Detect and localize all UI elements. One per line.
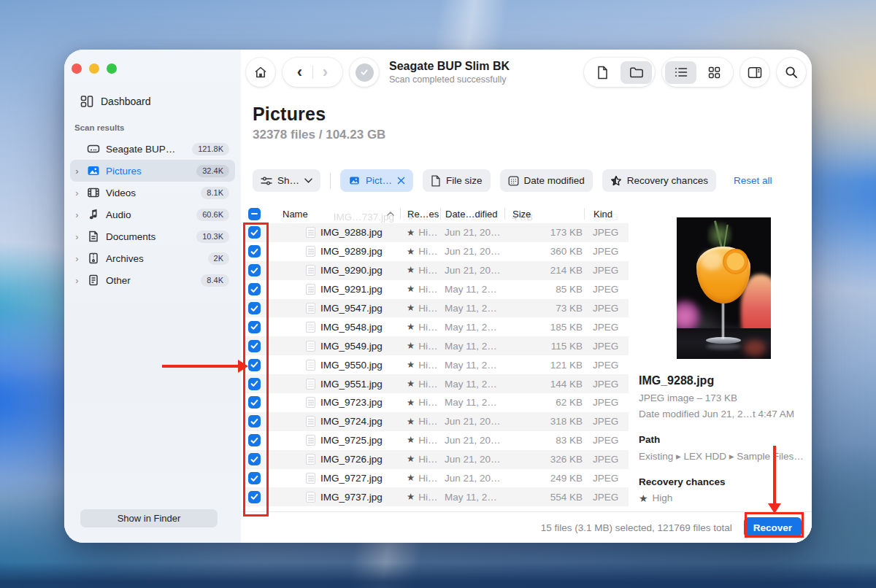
search-button[interactable] (777, 58, 806, 87)
recovery-chance: Hi… (418, 492, 437, 503)
scan-status-button[interactable] (350, 58, 379, 87)
row-checkbox[interactable] (248, 226, 261, 239)
row-checkbox[interactable] (248, 264, 261, 276)
table-row[interactable]: IMG_9737.jpg ★Hi… May 11, 2… 554 KB JPEG (243, 487, 629, 506)
column-header-name[interactable]: Name (268, 209, 400, 220)
table-row[interactable]: IMG_9548.jpg ★Hi… May 11, 2… 185 KB JPEG (243, 317, 629, 336)
back-button[interactable]: ‹ (288, 60, 312, 85)
page-title: Pictures (253, 104, 385, 125)
file-kind: JPEG (584, 454, 629, 465)
sidebar-item-other[interactable]: › Other 8.4K (70, 269, 235, 291)
date-modified: May 11, 2… (440, 303, 504, 314)
row-checkbox[interactable] (248, 302, 261, 314)
table-row[interactable]: IMG_9550.jpg ★Hi… May 11, 2… 121 KB JPEG (243, 355, 629, 374)
sidebar-item-pictures[interactable]: › Pictures 32.4K (70, 160, 235, 182)
column-header-size[interactable]: Size (504, 208, 584, 220)
sidebar-item-audio[interactable]: › Audio 60.6K (70, 204, 235, 225)
check-icon (250, 305, 258, 312)
filter-chip-pictures[interactable]: Pict… (340, 169, 413, 192)
desktop-wallpaper: Dashboard Scan results Seagate BUP… 121.… (0, 0, 876, 588)
chevron-right-icon[interactable]: › (73, 166, 81, 176)
sidebar-item-documents[interactable]: › Documents 10.3K (70, 225, 235, 247)
row-checkbox[interactable] (248, 283, 261, 295)
table-row[interactable]: IMG_9289.jpg ★Hi… Jun 21, 20… 360 KB JPE… (243, 242, 629, 261)
count-badge: 8.4K (201, 274, 229, 287)
close-window-button[interactable] (72, 63, 82, 74)
table-row[interactable]: IMG_9727.jpg ★Hi… Jun 21, 20… 249 KB JPE… (243, 469, 629, 488)
preview-panel-toggle[interactable] (740, 58, 769, 87)
row-checkbox[interactable] (248, 415, 261, 428)
row-checkbox[interactable] (248, 321, 261, 333)
table-row[interactable]: IMG_9547.jpg ★Hi… May 11, 2… 73 KB JPEG (243, 299, 629, 318)
show-in-finder-button[interactable]: Show in Finder (80, 509, 218, 527)
date-modified: May 11, 2… (440, 492, 504, 503)
file-kind: JPEG (584, 492, 629, 503)
file-view-button[interactable] (587, 61, 618, 84)
forward-button[interactable]: › (313, 60, 338, 85)
file-kind: JPEG (584, 379, 629, 390)
file-thumbnail-icon (306, 227, 315, 238)
row-checkbox[interactable] (248, 378, 261, 390)
content-area: ‹ › Seagate BUP Slim BK Scan completed s… (241, 50, 812, 543)
check-icon (250, 248, 258, 255)
file-name: IMG_9725.jpg (320, 435, 383, 446)
star-icon: ★ (407, 379, 415, 389)
folder-view-button[interactable] (620, 61, 652, 84)
file-name: IMG_9548.jpg (320, 322, 383, 333)
table-row[interactable]: IMG_9723.jpg ★Hi… May 11, 2… 62 KB JPEG (243, 393, 629, 412)
row-checkbox[interactable] (248, 245, 261, 258)
row-checkbox[interactable] (248, 434, 261, 446)
file-kind: JPEG (584, 284, 629, 295)
sidebar-item-dashboard[interactable]: Dashboard (74, 90, 157, 112)
row-checkbox[interactable] (248, 359, 261, 371)
column-header-date[interactable]: Date…dified (440, 208, 504, 220)
chevron-right-icon[interactable]: › (73, 254, 81, 263)
row-checkbox[interactable] (248, 491, 261, 503)
home-button[interactable] (246, 58, 275, 87)
table-row[interactable]: IMG_9291.jpg ★Hi… May 11, 2… 85 KB JPEG (243, 280, 629, 299)
chevron-right-icon[interactable]: › (73, 210, 81, 220)
chevron-right-icon[interactable]: › (73, 188, 81, 198)
reset-all-link[interactable]: Reset all (734, 175, 772, 186)
close-icon[interactable] (397, 177, 405, 185)
chevron-right-icon[interactable]: › (73, 232, 81, 241)
table-row[interactable]: IMG_9549.jpg ★Hi… May 11, 2… 115 KB JPEG (243, 336, 629, 355)
check-icon (250, 418, 258, 425)
table-row[interactable]: IMG_9725.jpg ★Hi… Jun 21, 20… 83 KB JPEG (243, 431, 629, 450)
filter-chip-date-modified[interactable]: Date modified (500, 169, 593, 192)
preview-filename: IMG_9288.jpg (639, 374, 812, 387)
chevron-down-icon (304, 178, 312, 183)
filter-chip-recovery-chances[interactable]: Recovery chances (602, 169, 716, 192)
check-icon (250, 323, 258, 330)
chevron-right-icon[interactable]: › (73, 276, 81, 285)
show-filter-dropdown[interactable]: Sh… (253, 169, 320, 192)
column-header-recovery[interactable]: Re…es (400, 208, 440, 220)
recovery-chance: Hi… (418, 360, 437, 371)
table-row[interactable]: IMG_9726.jpg ★Hi… Jun 21, 20… 326 KB JPE… (243, 450, 629, 469)
filter-chip-file-size[interactable]: File size (423, 169, 491, 192)
count-badge: 121.8K (192, 143, 229, 155)
sidebar-item-device[interactable]: Seagate BUP… 121.8K (70, 138, 235, 160)
zoom-window-button[interactable] (107, 63, 117, 74)
recovery-chance: Hi… (418, 246, 437, 257)
minimize-window-button[interactable] (89, 63, 99, 74)
file-thumbnail-icon (306, 416, 315, 427)
grid-view-button[interactable] (699, 61, 730, 84)
table-row[interactable]: IMG_9724.jpg ★Hi… Jun 21, 20… 318 KB JPE… (243, 412, 629, 431)
sidebar-item-archives[interactable]: › Archives 2K (70, 247, 235, 269)
table-row[interactable]: IMG_9551.jpg ★Hi… May 11, 2… 144 KB JPEG (243, 374, 629, 393)
recover-button[interactable]: Recover (744, 517, 802, 538)
sidebar-item-videos[interactable]: › Videos 8.1K (70, 182, 235, 204)
dashboard-icon (80, 95, 93, 108)
row-checkbox[interactable] (248, 340, 261, 352)
table-row[interactable]: IMG_9290.jpg ★Hi… Jun 21, 20… 214 KB JPE… (243, 261, 629, 280)
row-checkbox[interactable] (248, 472, 261, 484)
row-checkbox[interactable] (248, 453, 261, 465)
pictures-filter-icon (348, 175, 361, 186)
row-checkbox[interactable] (248, 396, 261, 409)
select-all-checkbox[interactable] (248, 208, 261, 220)
filter-chip-label: Recovery chances (627, 175, 708, 186)
file-size: 318 KB (504, 416, 584, 427)
column-header-kind[interactable]: Kind (584, 208, 629, 220)
list-view-button[interactable] (665, 61, 696, 84)
